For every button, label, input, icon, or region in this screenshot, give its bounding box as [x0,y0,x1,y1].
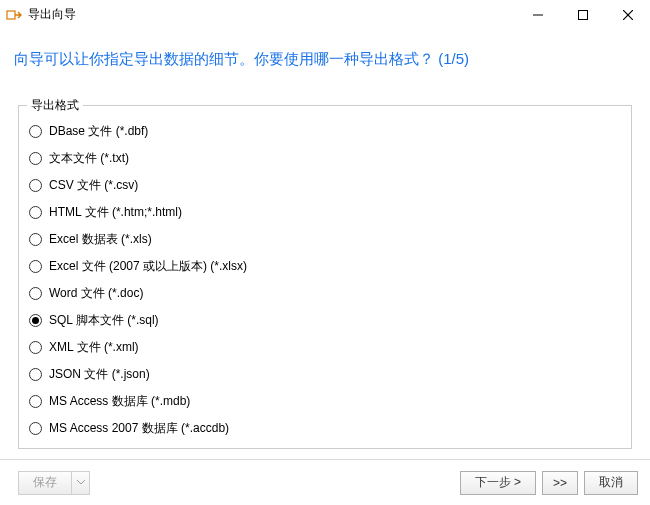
format-option[interactable]: JSON 文件 (*.json) [27,361,623,388]
format-label: CSV 文件 (*.csv) [49,177,138,194]
save-dropdown-button[interactable] [72,471,90,495]
format-option[interactable]: Word 文件 (*.doc) [27,280,623,307]
radio-icon [29,368,42,381]
radio-icon [29,314,42,327]
svg-rect-2 [578,11,587,20]
save-button-group: 保存 [12,471,90,495]
radio-icon [29,422,42,435]
radio-icon [29,233,42,246]
export-wizard-icon [6,7,22,23]
button-bar: 保存 下一步 > >> 取消 [0,459,650,505]
titlebar: 导出向导 [0,0,650,30]
next-button[interactable]: 下一步 > [460,471,536,495]
format-option[interactable]: MS Access 2007 数据库 (*.accdb) [27,415,623,442]
format-label: XML 文件 (*.xml) [49,339,139,356]
format-label: JSON 文件 (*.json) [49,366,150,383]
radio-icon [29,341,42,354]
window-controls [515,0,650,29]
close-button[interactable] [605,0,650,30]
format-label: Excel 文件 (2007 或以上版本) (*.xlsx) [49,258,247,275]
radio-icon [29,260,42,273]
svg-rect-0 [7,11,15,19]
maximize-button[interactable] [560,0,605,30]
window-title: 导出向导 [28,6,515,23]
last-step-button[interactable]: >> [542,471,578,495]
format-label: Excel 数据表 (*.xls) [49,231,152,248]
format-label: MS Access 数据库 (*.mdb) [49,393,190,410]
radio-icon [29,395,42,408]
chevron-down-icon [77,480,85,485]
format-option[interactable]: Excel 数据表 (*.xls) [27,226,623,253]
format-label: MS Access 2007 数据库 (*.accdb) [49,420,229,437]
format-option[interactable]: SQL 脚本文件 (*.sql) [27,307,623,334]
fieldset-legend: 导出格式 [27,97,83,114]
format-option[interactable]: CSV 文件 (*.csv) [27,172,623,199]
radio-icon [29,179,42,192]
format-label: SQL 脚本文件 (*.sql) [49,312,159,329]
format-label: HTML 文件 (*.htm;*.html) [49,204,182,221]
format-option[interactable]: Excel 文件 (2007 或以上版本) (*.xlsx) [27,253,623,280]
format-option[interactable]: DBase 文件 (*.dbf) [27,118,623,145]
radio-icon [29,152,42,165]
export-format-group: 导出格式 DBase 文件 (*.dbf)文本文件 (*.txt)CSV 文件 … [18,105,632,449]
format-option[interactable]: 文本文件 (*.txt) [27,145,623,172]
radio-icon [29,287,42,300]
format-option[interactable]: MS Access 数据库 (*.mdb) [27,388,623,415]
radio-icon [29,125,42,138]
format-option[interactable]: HTML 文件 (*.htm;*.html) [27,199,623,226]
minimize-button[interactable] [515,0,560,30]
format-label: Word 文件 (*.doc) [49,285,143,302]
format-label: DBase 文件 (*.dbf) [49,123,148,140]
cancel-button[interactable]: 取消 [584,471,638,495]
format-label: 文本文件 (*.txt) [49,150,129,167]
save-button[interactable]: 保存 [18,471,72,495]
wizard-header: 向导可以让你指定导出数据的细节。你要使用哪一种导出格式？ (1/5) [0,30,650,77]
radio-icon [29,206,42,219]
format-option[interactable]: XML 文件 (*.xml) [27,334,623,361]
